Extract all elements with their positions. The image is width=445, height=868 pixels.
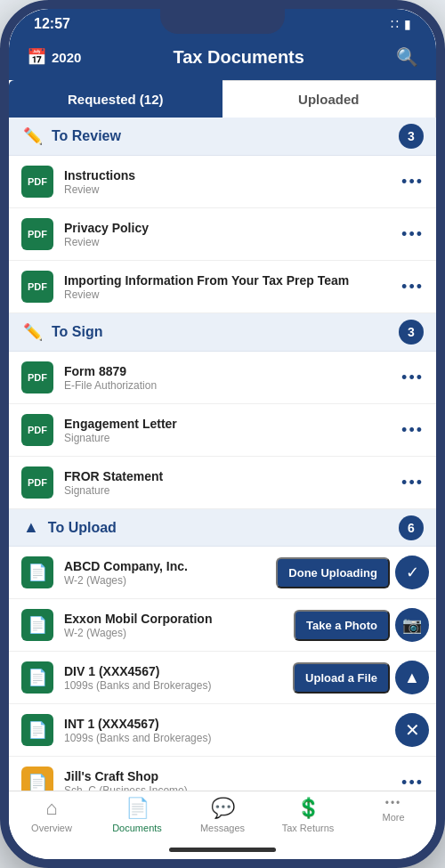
content-area: ✏️ To Review 3 PDF Instructions Review •… [9,118,436,791]
home-bar [169,848,276,852]
tab-uploaded[interactable]: Uploaded [222,80,437,118]
list-item-int1: 📄 INT 1 (XXX4567) 1099s (Banks and Broke… [9,704,436,757]
review-title: To Review [52,128,121,144]
sign-icon: ✏️ [23,322,43,342]
nav-more[interactable]: ••• More [351,797,436,833]
status-icons: ∷ ▮ [391,17,411,31]
done-uploading-button[interactable]: Done Uploading [276,557,390,588]
item-menu-dots[interactable]: ••• [394,774,424,791]
take-photo-actions: Take a Photo 📷 [294,608,429,642]
item-menu-dots[interactable]: ••• [394,173,424,191]
tab-switcher: Requested (12) Uploaded [9,80,436,118]
status-time: 12:57 [34,16,70,32]
bottom-nav: ⌂ Overview 📄 Documents 💬 Messages 💲 Tax … [9,791,436,842]
pdf-icon: PDF [21,466,53,499]
list-item: PDF Privacy Policy Review ••• [9,208,436,261]
nav-overview[interactable]: ⌂ Overview [9,797,94,833]
checkmark-button[interactable]: ✓ [395,556,429,589]
int1-actions: ✕ [395,713,429,747]
nav-overview-label: Overview [31,823,72,833]
doc-icon: 📄 [21,556,53,588]
calendar-icon: 📅 [27,47,46,67]
phone-frame: 12:57 ∷ ▮ 📅 2020 Tax Documents 🔍 Request… [0,0,445,868]
pdf-icon: PDF [21,218,53,250]
item-name: Privacy Policy [64,221,394,235]
phone-screen: 12:57 ∷ ▮ 📅 2020 Tax Documents 🔍 Request… [9,9,436,859]
list-item-abcd: 📄 ABCD Company, Inc. W-2 (Wages) Done Up… [9,547,436,599]
item-menu-dots[interactable]: ••• [394,278,424,296]
nav-more-label: More [382,812,404,823]
item-sub: Review [64,288,394,301]
page-title: Tax Documents [173,47,303,68]
tax-returns-icon: 💲 [296,797,320,820]
item-text: INT 1 (XXX4567) 1099s (Banks and Brokera… [64,717,383,744]
nav-tax-returns[interactable]: 💲 Tax Returns [265,797,351,833]
item-name: Engagement Letter [64,417,394,431]
item-name: Importing Information From Your Tax Prep… [64,273,394,288]
doc-icon: 📄 [21,714,53,746]
item-sub: 1099s (Banks and Brokerages) [64,732,383,744]
item-text: Form 8879 E-File Authorization [64,364,394,392]
list-item-exxon: 📄 Exxon Mobil Corporation W-2 (Wages) Ta… [9,599,436,652]
item-text: Jill's Craft Shop Sch. C (Business Incom… [64,769,394,791]
item-sub: Signature [64,432,394,444]
camera-button[interactable]: 📷 [395,608,429,642]
nav-documents[interactable]: 📄 Documents [94,797,180,833]
item-text: Instructions Review [64,168,394,196]
review-badge: 3 [399,124,424,149]
upload-badge: 6 [399,515,424,540]
take-photo-button[interactable]: Take a Photo [294,610,390,641]
item-sub: Review [64,183,394,196]
pdf-icon: PDF [21,361,53,393]
review-icon: ✏️ [23,126,43,146]
section-header-sign: ✏️ To Sign 3 [9,313,436,352]
sign-title: To Sign [52,324,102,340]
year-selector[interactable]: 📅 2020 [27,47,81,67]
nav-messages-label: Messages [200,823,245,833]
nav-documents-label: Documents [112,823,162,833]
sign-badge: 3 [399,320,424,345]
list-item-div1: 📄 DIV 1 (XXX4567) 1099s (Banks and Broke… [9,652,436,704]
item-text: FROR Statement Signature [64,469,394,497]
upload-file-actions: Upload a File ▲ [293,661,429,694]
item-menu-dots[interactable]: ••• [394,225,424,244]
wifi-icon: ∷ [391,17,399,31]
upload-title: To Upload [48,520,117,536]
item-sub: E-File Authorization [64,379,394,392]
upload-cloud-button[interactable]: ▲ [395,661,429,694]
home-indicator [9,842,436,859]
list-item: PDF Instructions Review ••• [9,156,436,208]
nav-messages[interactable]: 💬 Messages [180,797,265,833]
year-label: 2020 [52,50,81,65]
list-item-jills: 📄 Jill's Craft Shop Sch. C (Business Inc… [9,757,436,791]
search-icon[interactable]: 🔍 [396,46,418,68]
item-text: Engagement Letter Signature [64,417,394,444]
list-item: PDF Engagement Letter Signature ••• [9,404,436,457]
item-name: INT 1 (XXX4567) [64,717,383,731]
item-menu-dots[interactable]: ••• [394,474,424,492]
messages-icon: 💬 [211,797,235,820]
documents-icon: 📄 [125,797,150,820]
nav-tax-returns-label: Tax Returns [282,823,335,833]
item-menu-dots[interactable]: ••• [394,421,424,440]
tab-requested[interactable]: Requested (12) [9,80,222,118]
item-name: Jill's Craft Shop [64,769,394,783]
section-header-upload: ▲ To Upload 6 [9,509,436,547]
doc-icon: 📄 [21,767,53,791]
item-sub: Signature [64,484,394,497]
item-name: Instructions [64,168,394,183]
upload-section-icon: ▲ [23,518,39,537]
item-name: Form 8879 [64,364,394,378]
close-button[interactable]: ✕ [395,713,429,747]
app-header: 📅 2020 Tax Documents 🔍 [9,37,436,80]
list-item: PDF Importing Information From Your Tax … [9,261,436,313]
item-menu-dots[interactable]: ••• [394,369,424,387]
item-name: FROR Statement [64,469,394,483]
doc-icon: 📄 [21,609,53,641]
pdf-icon: PDF [21,414,53,446]
doc-icon: 📄 [21,661,53,694]
item-text: Importing Information From Your Tax Prep… [64,273,394,301]
more-icon: ••• [385,797,402,809]
list-item: PDF FROR Statement Signature ••• [9,457,436,509]
upload-file-button[interactable]: Upload a File [293,662,390,694]
